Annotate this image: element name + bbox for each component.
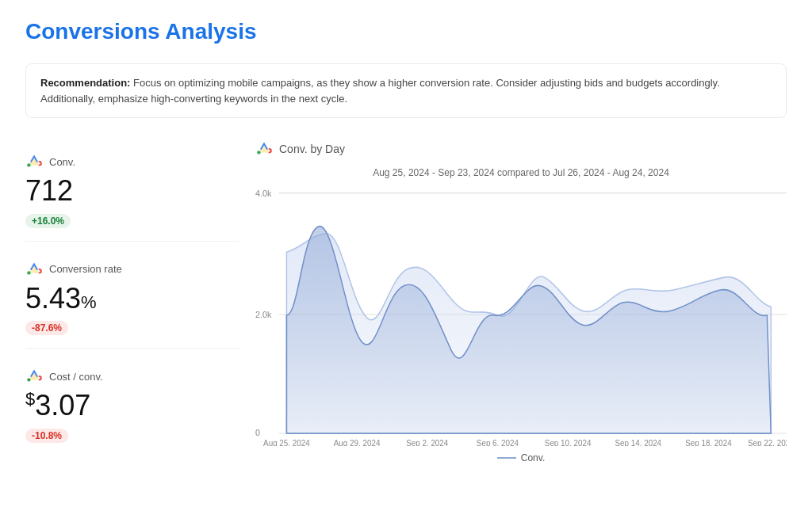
svg-text:Sep 10, 2024: Sep 10, 2024	[545, 439, 592, 446]
metric-value-conversion-rate: 5.43%	[25, 283, 239, 315]
svg-text:Sep 22, 2024: Sep 22, 2024	[748, 439, 787, 446]
svg-point-1	[27, 271, 30, 274]
metric-badge-conv: +16.0%	[25, 214, 71, 228]
svg-point-2	[27, 378, 30, 381]
page-container: Conversions Analysis Recommendation: Foc…	[0, 0, 812, 482]
google-ads-icon-cost-conv	[25, 368, 43, 385]
svg-text:Sep 18, 2024: Sep 18, 2024	[685, 439, 732, 446]
metric-card-conversion-rate: Conversion rate 5.43% -87.6%	[25, 248, 239, 349]
metric-badge-cost-conv: -10.8%	[25, 429, 68, 443]
chart-header: Conv. by Day	[255, 140, 787, 158]
metric-card-cost-conv: Cost / conv. $3.07 -10.8%	[25, 355, 239, 456]
chart-container: 4.0k 2.0k 0 Aug 25, 2024 Aug 29, 2024 Se…	[255, 185, 787, 446]
metric-value-conv: 712	[25, 175, 239, 207]
google-ads-icon-conversion-rate	[25, 261, 43, 278]
recommendation-box: Recommendation: Focus on optimizing mobi…	[25, 63, 787, 118]
svg-text:4.0k: 4.0k	[255, 189, 272, 198]
svg-text:0: 0	[255, 428, 260, 437]
svg-point-0	[27, 163, 30, 166]
svg-text:2.0k: 2.0k	[255, 310, 272, 319]
metric-label-conv: Conv.	[49, 156, 75, 168]
main-content: Conv. 712 +16.0% Conversion rate	[25, 140, 787, 463]
legend-line-icon	[497, 457, 516, 459]
metric-header-cost-conv: Cost / conv.	[25, 368, 239, 385]
page-title: Conversions Analysis	[25, 19, 787, 44]
svg-text:Sep 6, 2024: Sep 6, 2024	[477, 439, 519, 446]
metric-label-cost-conv: Cost / conv.	[49, 371, 103, 383]
recommendation-label: Recommendation:	[40, 77, 130, 89]
svg-point-3	[257, 151, 260, 154]
chart-title: Conv. by Day	[279, 143, 345, 155]
metric-card-conv: Conv. 712 +16.0%	[25, 140, 239, 242]
svg-text:Aug 29, 2024: Aug 29, 2024	[334, 439, 381, 446]
metric-badge-conversion-rate: -87.6%	[25, 321, 68, 335]
svg-text:Sep 14, 2024: Sep 14, 2024	[615, 439, 661, 446]
metrics-panel: Conv. 712 +16.0% Conversion rate	[25, 140, 239, 463]
metric-value-cost-conv: $3.07	[25, 390, 239, 421]
recommendation-text: Focus on optimizing mobile campaigns, as…	[40, 77, 720, 105]
chart-svg: 4.0k 2.0k 0 Aug 25, 2024 Aug 29, 2024 Se…	[255, 185, 787, 446]
metric-label-conversion-rate: Conversion rate	[49, 263, 122, 275]
chart-legend: Conv.	[255, 452, 787, 463]
svg-text:Sep 2, 2024: Sep 2, 2024	[406, 439, 448, 446]
legend-label: Conv.	[521, 452, 545, 463]
google-ads-icon-chart	[255, 140, 273, 158]
metric-header-conversion-rate: Conversion rate	[25, 261, 239, 278]
svg-text:Aug 25, 2024: Aug 25, 2024	[263, 439, 310, 446]
metric-header-conv: Conv.	[25, 153, 239, 170]
chart-date-range: Aug 25, 2024 - Sep 23, 2024 compared to …	[255, 167, 787, 178]
chart-panel: Conv. by Day Aug 25, 2024 - Sep 23, 2024…	[239, 140, 787, 463]
google-ads-icon-conv	[25, 153, 43, 170]
